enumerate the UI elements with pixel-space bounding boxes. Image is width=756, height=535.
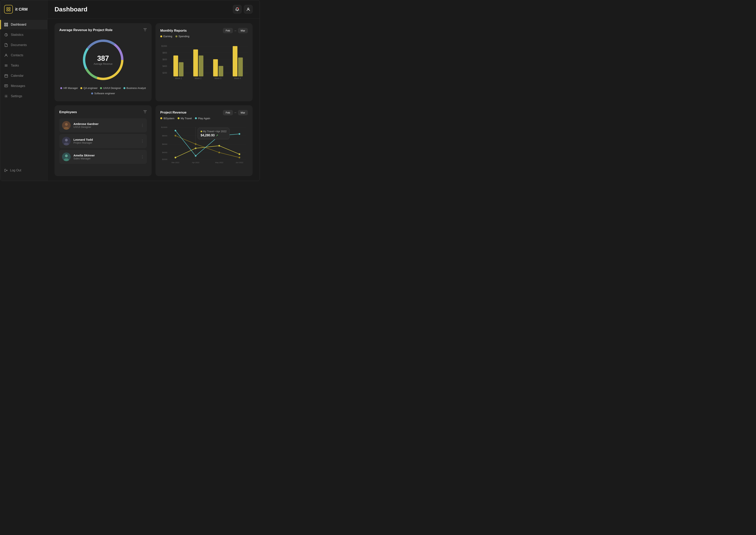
svg-rect-38 [173,55,178,76]
svg-text:$1000: $1000 [161,45,167,47]
donut-filter-icon[interactable] [143,28,147,32]
tooltip-value: $4,280.93 ↗ [201,134,227,137]
svg-text:$400: $400 [162,65,167,67]
svg-rect-0 [7,8,8,9]
svg-rect-45 [218,66,223,76]
svg-rect-42 [199,55,203,76]
logout-label: Log Out [10,169,21,172]
employee-item-0[interactable]: Ambrose Gardner UX/UI Designer ⋮ [59,118,147,132]
sidebar-item-statistics[interactable]: Statistics [0,30,47,40]
period-nav: Feb ↔ Mar [223,28,248,33]
svg-point-57 [65,155,68,157]
legend-item-hr: HR Manager [60,87,78,90]
documents-icon [4,43,8,47]
sidebar-item-documents-label: Documents [11,43,27,47]
svg-text:May 2022: May 2022 [215,161,223,163]
svg-text:$4000: $4000 [162,151,167,154]
legend-label-spending: Spending [179,35,189,38]
svg-text:$200: $200 [162,72,167,74]
employees-title: Employees [59,110,77,114]
legend-spending: Spending [175,35,189,38]
revenue-tooltip: My Travel • Apr 2022 $4,280.93 ↗ [198,128,230,139]
donut-card-header: Average Revenue by Project Role [59,28,147,32]
period-btn-mar[interactable]: Mar [238,28,248,33]
svg-text:$2000: $2000 [162,158,167,160]
employee-more-0[interactable]: ⋮ [141,123,144,127]
monthly-reports-legend: Earning Spending [160,35,248,38]
donut-value: 387 [94,54,113,63]
donut-chart: 387 Average Revenue [59,36,147,83]
svg-text:$10000: $10000 [161,126,167,128]
legend-mytravel: My Travel [178,117,192,120]
svg-text:Mar 2022: Mar 2022 [171,161,179,163]
employee-role-2: Sales Manager [73,157,138,160]
legend-label-mytravel: My Travel [181,117,192,120]
svg-text:Week 4: Week 4 [234,77,241,79]
employee-item-1[interactable]: Leonard Todd Project Manager ⋮ [59,134,147,148]
legend-label-playagain: Play Again [198,117,210,120]
tooltip-amount: $4,280.93 [201,134,215,137]
sidebar-item-calendar[interactable]: Calendar [0,71,47,80]
sidebar-item-calendar-label: Calendar [11,74,24,77]
employees-filter-icon[interactable] [143,110,147,114]
employee-more-2[interactable]: ⋮ [141,155,144,159]
employee-item-2[interactable]: Amelia Skinner Sales Manager ⋮ [59,150,147,164]
legend-item-ux: UX/UI Designer [100,87,121,90]
revenue-period-btn-mar[interactable]: Mar [238,110,248,115]
svg-rect-4 [5,23,6,24]
sidebar-item-dashboard-label: Dashboard [11,23,26,26]
svg-rect-44 [213,59,218,76]
svg-point-75 [218,152,220,153]
contacts-icon [4,53,8,57]
svg-rect-2 [7,10,8,11]
bar-chart-container: $1000 $800 $600 $400 $200 [160,41,248,85]
employees-card: Employees [54,105,152,176]
svg-point-20 [248,8,249,10]
settings-icon [4,94,8,98]
sidebar-item-settings[interactable]: Settings [0,92,47,101]
svg-point-73 [175,135,176,137]
svg-point-9 [6,54,7,55]
legend-ibsystem: IBSystem [160,117,174,120]
legend-earning: Earning [160,35,172,38]
profile-button[interactable] [244,5,252,14]
donut-center-label: Average Revenue [94,63,113,65]
legend-label-ibsystem: IBSystem [163,117,174,120]
employee-more-1[interactable]: ⋮ [141,139,144,143]
svg-text:Week 1: Week 1 [175,77,182,79]
calendar-icon [4,74,8,78]
sidebar-item-contacts[interactable]: Contacts [0,51,47,60]
employee-name-1: Leonard Todd [73,138,138,141]
sidebar-nav: Dashboard Statistics [0,20,47,165]
revenue-chart-container: $10000 $8000 $6000 $4000 $2000 Mar 2022 [160,122,248,170]
svg-rect-17 [5,85,8,87]
svg-text:$800: $800 [162,52,167,54]
legend-dot-hr [60,87,62,89]
svg-point-81 [175,130,176,131]
logout-button[interactable]: Log Out [4,169,43,172]
svg-point-77 [175,156,176,158]
sidebar-item-dashboard[interactable]: Dashboard [0,20,47,29]
svg-text:$6000: $6000 [162,143,167,145]
monthly-reports-header: Monthly Reports Feb ↔ Mar [160,28,248,33]
period-btn-feb[interactable]: Feb [223,28,233,33]
employee-role-0: UX/UI Designer [73,126,138,128]
bar-chart-svg: $1000 $800 $600 $400 $200 [160,41,248,84]
app-name: it CRM [15,7,28,12]
sidebar-item-documents[interactable]: Documents [0,40,47,50]
notifications-button[interactable] [233,5,242,14]
logo-area: it CRM [0,5,47,20]
sidebar-item-tasks[interactable]: Tasks [0,61,47,70]
header-actions [233,5,252,14]
svg-point-84 [239,133,240,135]
page-title: Dashboard [54,6,87,13]
svg-text:$8000: $8000 [162,134,167,137]
svg-rect-39 [179,62,184,76]
main-content: Dashboard [47,0,260,181]
legend-item-se: Software engineer [91,92,115,95]
monthly-reports-title: Monthly Reports [160,29,187,33]
sidebar-item-messages[interactable]: Messages [0,81,47,91]
donut-legend: HR Manager QA engineer UX/UI Designer Bu… [59,87,147,95]
revenue-period-btn-feb[interactable]: Feb [223,110,233,115]
employee-name-2: Amelia Skinner [73,154,138,157]
